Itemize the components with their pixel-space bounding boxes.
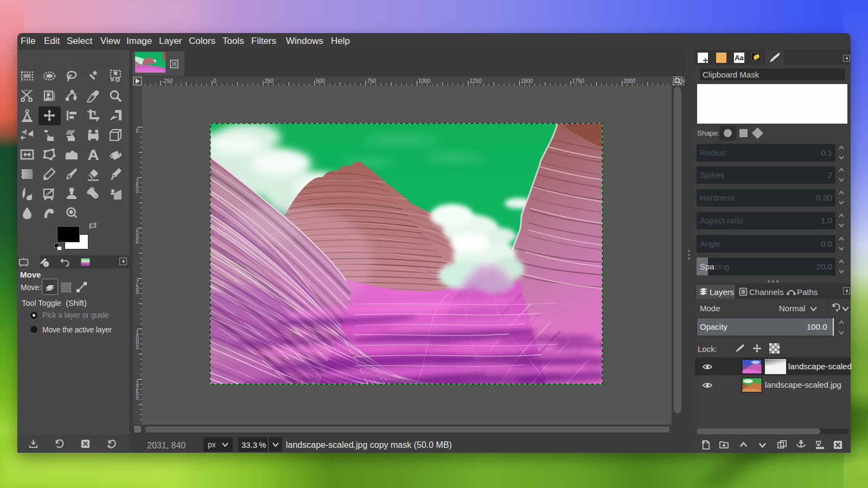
svg-text:0: 0 (136, 395, 139, 401)
svg-text:750: 750 (367, 78, 376, 84)
svg-text:250: 250 (265, 78, 274, 84)
svg-text:0: 0 (213, 78, 216, 84)
svg-text:1500: 1500 (521, 78, 533, 84)
svg-text:1000: 1000 (418, 78, 431, 84)
svg-text:0: 0 (136, 239, 139, 245)
svg-text:1250: 1250 (470, 78, 482, 84)
svg-text:0: 0 (136, 289, 139, 295)
svg-text:-250: -250 (162, 78, 173, 84)
svg-text:0: 0 (136, 128, 139, 134)
svg-text:0: 0 (136, 188, 139, 194)
svg-text:2000: 2000 (623, 78, 636, 84)
svg-text:0: 0 (136, 344, 139, 350)
svg-text:1750: 1750 (572, 78, 585, 84)
svg-text:i: i (46, 262, 47, 267)
svg-text:500: 500 (316, 78, 325, 84)
